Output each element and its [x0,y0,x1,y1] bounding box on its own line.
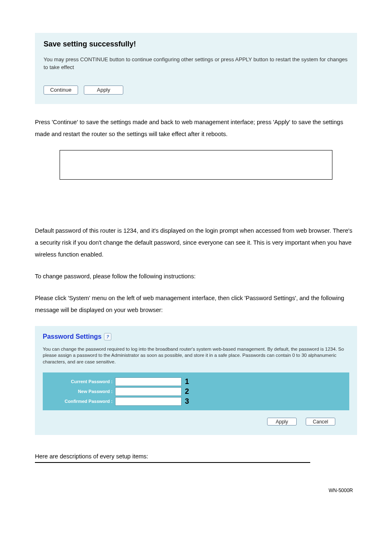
confirmed-password-row: Confirmed Password : 3 [47,396,329,406]
footer-model: WN-5000R [329,488,353,493]
password-cancel-button[interactable]: Cancel [306,418,335,426]
document-body: Press 'Continue' to save the settings ma… [35,116,357,316]
closing-text: Here are descriptions of every setup ite… [35,453,357,460]
password-settings-panel: Password Settings ? You can change the p… [35,326,357,435]
current-password-label: Current Password : [47,379,113,384]
continue-button[interactable]: Continue [44,86,78,95]
password-action-buttons: Apply Cancel [43,418,349,426]
callout-number: 1 [185,377,189,386]
paragraph: Default password of this router is 1234,… [35,225,357,261]
paragraph: To change password, please follow the fo… [35,271,357,282]
password-settings-title: Password Settings [43,333,101,340]
placeholder-box [60,150,332,180]
password-settings-title-row: Password Settings ? [43,333,349,340]
save-settings-panel: Save setting successfully! You may press… [35,33,357,104]
divider [35,462,310,463]
paragraph: Please click 'System' menu on the left o… [35,292,357,316]
help-icon[interactable]: ? [104,333,111,340]
new-password-row: New Password : 2 [47,386,329,396]
current-password-row: Current Password : 1 [47,377,329,386]
save-description: You may press CONTINUE button to continu… [44,56,348,72]
save-buttons-row: Continue Apply [44,86,348,95]
new-password-input[interactable] [115,387,182,396]
apply-button[interactable]: Apply [84,86,123,95]
current-password-input[interactable] [115,377,182,386]
password-form: Current Password : 1 New Password : 2 Co… [43,372,349,410]
confirmed-password-label: Confirmed Password : [47,399,113,404]
password-settings-description: You can change the password required to … [43,346,349,365]
save-title: Save setting successfully! [44,40,348,49]
callout-number: 3 [185,397,189,406]
paragraph: Press 'Continue' to save the settings ma… [35,116,357,140]
confirmed-password-input[interactable] [115,397,182,406]
new-password-label: New Password : [47,389,113,394]
password-apply-button[interactable]: Apply [267,418,297,426]
callout-number: 2 [185,387,189,396]
